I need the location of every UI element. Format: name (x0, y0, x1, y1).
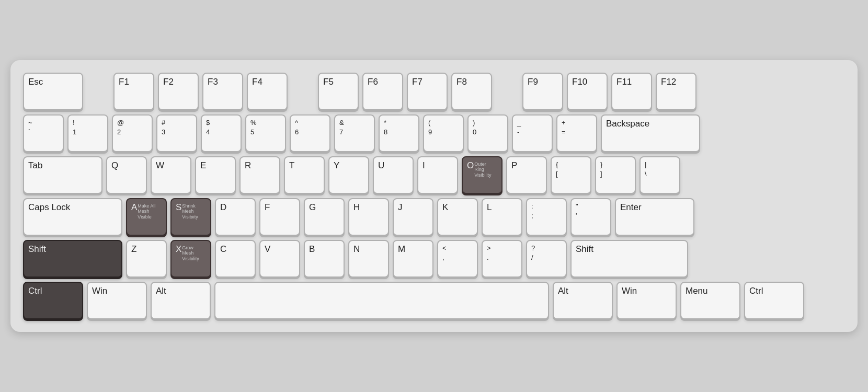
key-esc[interactable]: Esc (23, 73, 83, 110)
key-shift-right[interactable]: Shift (570, 240, 688, 278)
key-win-right[interactable]: Win (616, 282, 677, 319)
ctrl-row: Ctrl Win Alt Alt Win Menu Ctrl (23, 282, 845, 319)
key-alt-left[interactable]: Alt (151, 282, 211, 319)
key-i[interactable]: I (417, 156, 458, 194)
key-tab[interactable]: Tab (23, 156, 102, 194)
key-7[interactable]: & 7 (334, 114, 375, 152)
key-f2[interactable]: F2 (158, 73, 199, 110)
key-w[interactable]: W (151, 156, 191, 194)
key-f6[interactable]: F6 (362, 73, 403, 110)
key-f5[interactable]: F5 (318, 73, 359, 110)
key-f10[interactable]: F10 (567, 73, 608, 110)
key-f1[interactable]: F1 (113, 73, 154, 110)
key-o[interactable]: O OuterRingVisibility (462, 156, 502, 194)
key-1[interactable]: ! 1 (67, 114, 108, 152)
key-f7[interactable]: F7 (407, 73, 448, 110)
key-0[interactable]: ) 0 (467, 114, 508, 152)
key-g[interactable]: G (304, 198, 345, 236)
key-f12[interactable]: F12 (656, 73, 696, 110)
key-enter[interactable]: Enter (615, 198, 694, 236)
key-f8[interactable]: F8 (451, 73, 492, 110)
key-lbrace[interactable]: { [ (551, 156, 591, 194)
key-n[interactable]: N (348, 240, 389, 278)
key-m[interactable]: M (393, 240, 433, 278)
key-b[interactable]: B (304, 240, 345, 278)
key-ctrl-left[interactable]: Ctrl (23, 282, 83, 319)
key-d[interactable]: D (215, 198, 256, 236)
key-f3[interactable]: F3 (202, 73, 243, 110)
key-k[interactable]: K (437, 198, 478, 236)
key-p[interactable]: P (506, 156, 547, 194)
key-space[interactable] (214, 282, 549, 319)
key-h[interactable]: H (348, 198, 389, 236)
key-4[interactable]: $ 4 (201, 114, 242, 152)
key-e[interactable]: E (195, 156, 236, 194)
key-z[interactable]: Z (126, 240, 167, 278)
key-shift-left[interactable]: Shift (23, 240, 122, 278)
key-9[interactable]: ( 9 (423, 114, 464, 152)
key-minus[interactable]: _ - (512, 114, 553, 152)
key-l[interactable]: L (482, 198, 522, 236)
key-f[interactable]: F (259, 198, 300, 236)
key-f9[interactable]: F9 (522, 73, 563, 110)
key-semicolon[interactable]: : ; (526, 198, 567, 236)
key-5[interactable]: % 5 (245, 114, 286, 152)
key-win-left[interactable]: Win (87, 282, 147, 319)
key-r[interactable]: R (239, 156, 280, 194)
key-menu[interactable]: Menu (680, 282, 740, 319)
key-s[interactable]: S ShrinkMeshVisibiity (170, 198, 211, 236)
key-y[interactable]: Y (328, 156, 369, 194)
key-8[interactable]: * 8 (379, 114, 419, 152)
key-x[interactable]: X GrowMeshVisibility (170, 240, 211, 278)
key-v[interactable]: V (259, 240, 300, 278)
key-2[interactable]: @ 2 (112, 114, 153, 152)
key-backspace[interactable]: Backspace (601, 114, 700, 152)
key-alt-right[interactable]: Alt (553, 282, 613, 319)
key-slash[interactable]: ? / (526, 240, 567, 278)
shift-row: Shift Z X GrowMeshVisibility C V B N M <… (23, 240, 845, 278)
fn-row: Esc F1 F2 F3 F4 F5 F6 F7 F8 F9 F10 F11 F… (23, 73, 845, 110)
tab-row: Tab Q W E R T Y U I O OuterRingVisibilit… (23, 156, 845, 194)
key-quote[interactable]: " ' (570, 198, 611, 236)
keyboard: Esc F1 F2 F3 F4 F5 F6 F7 F8 F9 F10 F11 F… (10, 60, 858, 332)
key-j[interactable]: J (393, 198, 433, 236)
key-u[interactable]: U (373, 156, 414, 194)
key-pipe[interactable]: | \ (639, 156, 680, 194)
key-period[interactable]: > . (482, 240, 522, 278)
key-t[interactable]: T (284, 156, 325, 194)
key-equals[interactable]: + = (556, 114, 597, 152)
key-6[interactable]: ^ 6 (290, 114, 330, 152)
key-f11[interactable]: F11 (611, 73, 652, 110)
key-f4[interactable]: F4 (247, 73, 288, 110)
key-c[interactable]: C (215, 240, 256, 278)
key-a[interactable]: A Make AllMeshVisible (126, 198, 167, 236)
key-q[interactable]: Q (106, 156, 147, 194)
key-rbrace[interactable]: } ] (595, 156, 636, 194)
caps-row: Caps Lock A Make AllMeshVisible S Shrink… (23, 198, 845, 236)
key-caps-lock[interactable]: Caps Lock (23, 198, 122, 236)
key-ctrl-right[interactable]: Ctrl (744, 282, 804, 319)
key-tilde[interactable]: ~ ` (23, 114, 64, 152)
key-3[interactable]: # 3 (156, 114, 197, 152)
number-row: ~ ` ! 1 @ 2 # 3 $ 4 % 5 ^ 6 & 7 (23, 114, 845, 152)
key-comma[interactable]: < , (437, 240, 478, 278)
